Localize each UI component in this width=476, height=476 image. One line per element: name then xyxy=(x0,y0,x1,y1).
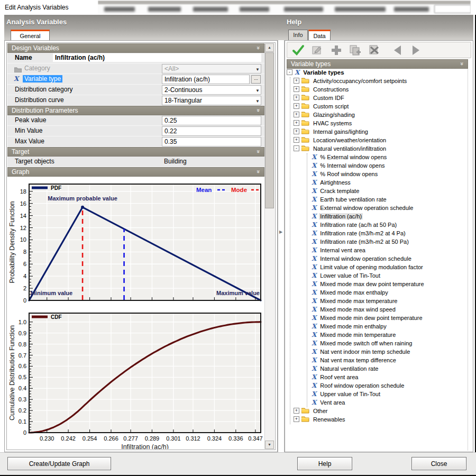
scrollbar-thumb[interactable] xyxy=(265,52,274,208)
distribution-curve-select[interactable]: 18-Triangular ▼ xyxy=(162,96,261,105)
scroll-down-button[interactable]: ▼ xyxy=(265,441,274,449)
category-select[interactable]: <All> ▼ xyxy=(162,64,261,74)
edit-icon[interactable] xyxy=(310,44,324,57)
tree-item[interactable]: XInfiltration rate (m3/h-m2 at 4 Pa) xyxy=(312,230,468,238)
section-variable-types[interactable]: Variable types » xyxy=(287,59,468,69)
section-design-variables[interactable]: Design Variables » xyxy=(7,43,264,53)
expander-icon[interactable] xyxy=(294,145,299,151)
create-update-graph-button[interactable]: Create/Update Graph xyxy=(7,457,111,470)
expander-icon[interactable] xyxy=(294,95,299,100)
name-input[interactable]: Infiltration (ac/h) xyxy=(53,53,261,62)
previous-icon[interactable] xyxy=(391,44,405,57)
tree-item[interactable]: XNat vent max temp difference xyxy=(312,356,468,365)
collapse-chevron-icon[interactable]: » xyxy=(255,108,261,112)
expander-icon[interactable] xyxy=(294,78,299,84)
pdf-chart: MeanMode024681012141618PDFMaximum probab… xyxy=(7,181,263,305)
tab-info[interactable]: Info xyxy=(288,30,308,40)
section-distribution-parameters[interactable]: Distribution Parameters » xyxy=(7,106,264,115)
tree-folder[interactable]: Renewables xyxy=(294,416,468,424)
tree-folder[interactable]: HVAC systems xyxy=(294,120,468,128)
section-target[interactable]: Target » xyxy=(7,147,264,157)
expander-icon[interactable] xyxy=(294,137,299,143)
tree-root[interactable]: XVariable types xyxy=(287,69,468,77)
tree-item[interactable]: XCrack template xyxy=(312,187,468,196)
accept-icon[interactable] xyxy=(291,44,305,57)
expander-icon[interactable] xyxy=(287,69,292,75)
tree-item[interactable]: XUpper value of Tin-Tout xyxy=(312,390,468,399)
variable-type-input[interactable]: Infiltration (ac/h) xyxy=(162,75,250,84)
expander-icon[interactable] xyxy=(294,120,299,126)
expander-icon[interactable] xyxy=(294,112,299,117)
min-value-input[interactable]: 0.22 xyxy=(162,126,261,136)
tree-item[interactable]: X% Roof window opens xyxy=(312,170,468,179)
tree-item[interactable]: XInfiltration (ac/h) xyxy=(312,213,468,221)
tree-item[interactable]: XMixed mode min dew point temperature xyxy=(312,314,468,323)
window-titlebar: Edit Analysis Variables xyxy=(0,0,476,15)
add-icon[interactable] xyxy=(329,44,343,57)
tree-item[interactable]: XMixed mode max dew point temperature xyxy=(312,280,468,289)
tab-data[interactable]: Data xyxy=(308,30,331,40)
tree-item[interactable]: XEarth tube ventilation rate xyxy=(312,196,468,204)
expander-icon[interactable] xyxy=(294,86,299,92)
delete-icon[interactable] xyxy=(368,44,381,57)
tree-item[interactable]: XRoof vent area xyxy=(312,373,468,382)
tree-item[interactable]: XMixed mode switch off when raining xyxy=(312,340,468,348)
tree-folder[interactable]: Other xyxy=(294,407,468,416)
tree-folder[interactable]: Custom IDF xyxy=(294,94,468,103)
tree-item[interactable]: XMixed mode max enthalpy xyxy=(312,289,468,297)
scroll-up-button[interactable]: ▲ xyxy=(265,43,274,52)
help-panel: Variable types » XVariable typesActivity… xyxy=(285,40,473,452)
expander-icon[interactable] xyxy=(294,408,299,414)
tree-folder[interactable]: Activity/occupancy/comfort setpoints xyxy=(294,77,468,86)
distribution-category-select[interactable]: 2-Continuous ▼ xyxy=(162,85,261,95)
section-graph[interactable]: Graph » xyxy=(7,167,264,177)
expander-icon[interactable] xyxy=(294,103,299,109)
tree-item[interactable]: XInternal vent area xyxy=(312,246,468,255)
svg-text:0: 0 xyxy=(23,429,26,436)
field-distribution-curve: Distribution curve 18-Triangular ▼ xyxy=(7,95,264,106)
tab-general[interactable]: General xyxy=(11,30,50,40)
variable-x-icon: X xyxy=(312,213,316,220)
expander-icon[interactable] xyxy=(294,129,299,134)
tree-folder[interactable]: Natural ventilation/infiltration xyxy=(294,145,468,153)
tree-folder[interactable]: Internal gains/lighting xyxy=(294,128,468,136)
duplicate-icon[interactable] xyxy=(349,44,362,57)
close-button[interactable]: Close xyxy=(411,457,466,470)
browse-button[interactable]: ... xyxy=(251,75,261,84)
left-panel-scrollbar[interactable]: ▲ ▼ xyxy=(264,43,274,449)
tree-item[interactable]: XInfiltration rate (m3/h-m2 at 50 Pa) xyxy=(312,238,468,246)
tree-item[interactable]: XExternal window operation schedule xyxy=(312,204,468,213)
collapse-chevron-icon[interactable]: » xyxy=(255,46,261,49)
max-value-input[interactable]: 0.35 xyxy=(162,137,261,147)
tree-item[interactable]: XMixed mode max temperature xyxy=(312,297,468,306)
collapse-chevron-icon[interactable]: » xyxy=(255,150,261,153)
tree-item[interactable]: XLimit value of opening modulation facto… xyxy=(312,263,468,272)
tree-item[interactable]: XAirtightness xyxy=(312,179,468,187)
tree-folder[interactable]: Glazing/shading xyxy=(294,111,468,120)
tree-item[interactable]: XRoof window operation schedule xyxy=(312,382,468,390)
variable-x-icon: X xyxy=(312,187,316,195)
expander-icon[interactable] xyxy=(294,416,299,422)
tree-item[interactable]: XMixed mode max wind speed xyxy=(312,306,468,314)
tree-folder[interactable]: Custom script xyxy=(294,103,468,111)
collapse-chevron-icon[interactable]: » xyxy=(459,62,464,65)
tree-item[interactable]: XLower value of Tin-Tout xyxy=(312,272,468,280)
tree-item[interactable]: XVent area xyxy=(312,399,468,407)
tree-item[interactable]: XMixed mode min temperature xyxy=(312,331,468,340)
peak-value-input[interactable]: 0.25 xyxy=(162,116,261,125)
variable-x-icon: X xyxy=(312,289,316,296)
tree-item[interactable]: XMixed mode min enthalpy xyxy=(312,323,468,331)
collapse-chevron-icon[interactable]: » xyxy=(255,170,261,173)
tree-folder[interactable]: Location/weather/orientation xyxy=(294,136,468,145)
help-button[interactable]: Help xyxy=(297,457,352,470)
tree-item[interactable]: XNat vent indoor min temp schedule xyxy=(312,348,468,356)
tree-item[interactable]: X% Internal window opens xyxy=(312,162,468,170)
tree-folder[interactable]: Constructions xyxy=(294,86,468,94)
tree-item[interactable]: X% External window opens xyxy=(312,153,468,162)
tree-item[interactable]: XInternal window operation schedule xyxy=(312,255,468,263)
panel-splitter[interactable]: ▶ xyxy=(278,40,285,452)
tree-item[interactable]: XNatural ventilation rate xyxy=(312,365,468,373)
variable-x-icon: X xyxy=(312,179,316,186)
tree-item[interactable]: XInfiltration rate (ac/h at 50 Pa) xyxy=(312,221,468,230)
next-icon[interactable] xyxy=(409,44,423,57)
